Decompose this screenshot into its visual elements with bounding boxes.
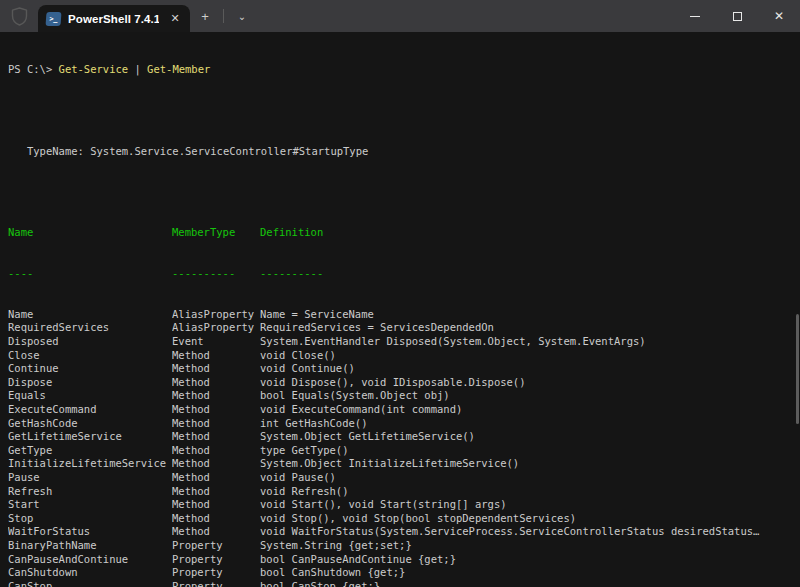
member-name: ExecuteCommand — [8, 403, 172, 417]
terminal-content[interactable]: PS C:\> Get-Service | Get-Member TypeNam… — [0, 32, 800, 587]
member-type: Property — [172, 566, 260, 580]
scrollbar-thumb[interactable] — [796, 314, 799, 424]
admin-shield-icon — [0, 0, 38, 32]
pipe-operator: | — [134, 63, 147, 75]
member-type: Property — [172, 539, 260, 553]
member-definition: void Continue() — [260, 362, 800, 376]
window-controls: ✕ — [674, 0, 800, 32]
tab-actions: + ⌄ — [190, 0, 255, 32]
member-type: Method — [172, 417, 260, 431]
member-row: StopMethodvoid Stop(), void Stop(bool st… — [8, 512, 800, 526]
tab-powershell[interactable]: >_ PowerShell 7.4.1 ✕ — [38, 5, 190, 32]
header-definition: Definition — [260, 226, 800, 240]
member-name: Continue — [8, 362, 172, 376]
member-row: RequiredServicesAliasPropertyRequiredSer… — [8, 321, 800, 335]
member-name: GetLifetimeService — [8, 430, 172, 444]
member-name: CanPauseAndContinue — [8, 553, 172, 567]
close-button[interactable]: ✕ — [758, 0, 800, 32]
member-name: Refresh — [8, 485, 172, 499]
titlebar: >_ PowerShell 7.4.1 ✕ + ⌄ ✕ — [0, 0, 800, 32]
member-type: Property — [172, 580, 260, 587]
member-row: GetHashCodeMethodint GetHashCode() — [8, 417, 800, 431]
member-name: Stop — [8, 512, 172, 526]
member-row: GetLifetimeServiceMethodSystem.Object Ge… — [8, 430, 800, 444]
member-name: Pause — [8, 471, 172, 485]
member-definition: bool CanPauseAndContinue {get;} — [260, 553, 800, 567]
member-row: CanPauseAndContinuePropertybool CanPause… — [8, 553, 800, 567]
member-name: Close — [8, 349, 172, 363]
tab-close-icon[interactable]: ✕ — [166, 10, 184, 28]
member-name: Start — [8, 498, 172, 512]
member-name: WaitForStatus — [8, 525, 172, 539]
member-name: Equals — [8, 389, 172, 403]
member-type: Method — [172, 512, 260, 526]
terminal-window: >_ PowerShell 7.4.1 ✕ + ⌄ ✕ PS C:\> Get-… — [0, 0, 800, 587]
scrollbar[interactable] — [795, 32, 799, 587]
member-name: GetHashCode — [8, 417, 172, 431]
member-row: BinaryPathNamePropertySystem.String {get… — [8, 539, 800, 553]
powershell-icon: >_ — [46, 12, 62, 26]
table-header-underline: ------------------------ — [8, 267, 800, 281]
member-rows: NameAliasPropertyName = ServiceNameRequi… — [8, 308, 800, 587]
member-type: Property — [172, 553, 260, 567]
member-definition: System.Object InitializeLifetimeService(… — [260, 457, 800, 471]
minimize-icon — [690, 16, 700, 17]
member-definition: void Pause() — [260, 471, 800, 485]
member-row: CloseMethodvoid Close() — [8, 349, 800, 363]
maximize-button[interactable] — [716, 0, 758, 32]
header-membertype: MemberType — [172, 226, 260, 240]
member-definition: int GetHashCode() — [260, 417, 800, 431]
member-row: RefreshMethodvoid Refresh() — [8, 485, 800, 499]
member-definition: System.EventHandler Disposed(System.Obje… — [260, 335, 800, 349]
member-type: Method — [172, 430, 260, 444]
member-name: InitializeLifetimeService — [8, 457, 172, 471]
member-row: EqualsMethodbool Equals(System.Object ob… — [8, 389, 800, 403]
member-name: Dispose — [8, 376, 172, 390]
member-name: Disposed — [8, 335, 172, 349]
minimize-button[interactable] — [674, 0, 716, 32]
member-name: BinaryPathName — [8, 539, 172, 553]
member-definition: type GetType() — [260, 444, 800, 458]
member-type: Method — [172, 485, 260, 499]
member-name: Name — [8, 308, 172, 322]
member-type: Method — [172, 498, 260, 512]
member-row: InitializeLifetimeServiceMethodSystem.Ob… — [8, 457, 800, 471]
member-row: CanShutdownPropertybool CanShutdown {get… — [8, 566, 800, 580]
member-row: DisposeMethodvoid Dispose(), void IDispo… — [8, 376, 800, 390]
member-name: CanShutdown — [8, 566, 172, 580]
member-definition: RequiredServices = ServicesDependedOn — [260, 321, 800, 335]
member-row: ContinueMethodvoid Continue() — [8, 362, 800, 376]
member-name: RequiredServices — [8, 321, 172, 335]
underline-definition: ---------- — [260, 267, 800, 281]
member-definition: void Stop(), void Stop(bool stopDependen… — [260, 512, 800, 526]
member-type: Method — [172, 471, 260, 485]
member-definition: void WaitForStatus(System.ServiceProcess… — [260, 525, 800, 539]
member-type: AliasProperty — [172, 308, 260, 322]
command-line: PS C:\> Get-Service | Get-Member — [8, 63, 800, 77]
member-definition: void Start(), void Start(string[] args) — [260, 498, 800, 512]
new-tab-button[interactable]: + — [192, 4, 218, 28]
member-definition: bool CanShutdown {get;} — [260, 566, 800, 580]
table-header: NameMemberTypeDefinition — [8, 226, 800, 240]
member-row: PauseMethodvoid Pause() — [8, 471, 800, 485]
command-get-member: Get-Member — [147, 63, 210, 75]
typename-line: TypeName: System.Service.ServiceControll… — [8, 145, 800, 159]
member-type: Method — [172, 362, 260, 376]
close-icon: ✕ — [774, 9, 784, 23]
header-name: Name — [8, 226, 172, 240]
member-type: Method — [172, 376, 260, 390]
tab-divider — [223, 9, 224, 23]
command-get-service: Get-Service — [59, 63, 135, 75]
tab-dropdown-button[interactable]: ⌄ — [229, 4, 255, 28]
member-definition: void ExecuteCommand(int command) — [260, 403, 800, 417]
underline-name: ---- — [8, 267, 172, 281]
member-type: Method — [172, 525, 260, 539]
member-name: CanStop — [8, 580, 172, 587]
member-row: NameAliasPropertyName = ServiceName — [8, 308, 800, 322]
member-type: AliasProperty — [172, 321, 260, 335]
member-definition: bool Equals(System.Object obj) — [260, 389, 800, 403]
member-definition: Name = ServiceName — [260, 308, 800, 322]
member-definition: void Close() — [260, 349, 800, 363]
member-type: Method — [172, 444, 260, 458]
member-definition: void Dispose(), void IDisposable.Dispose… — [260, 376, 800, 390]
